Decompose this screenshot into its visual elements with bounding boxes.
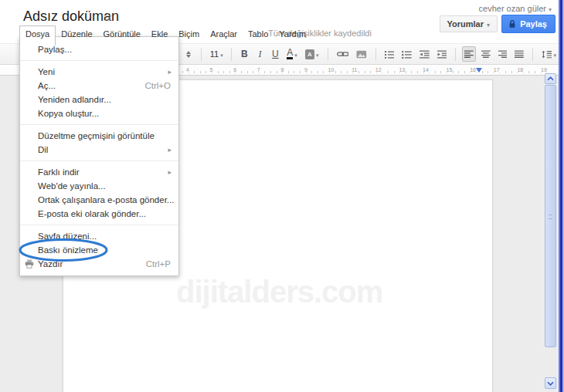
align-justify-icon [515,50,524,59]
menu-item-label: Sayfa düzeni... [38,231,97,241]
numbered-list-button[interactable] [382,46,397,62]
ruler-number: 7 [257,67,261,73]
menu-item-ac[interactable]: Aç...Ctrl+O [20,79,178,93]
printer-icon [25,259,34,269]
menu-divider [20,225,178,225]
indent-icon [437,50,447,59]
chevron-down-icon [552,49,556,59]
watermark-text: dijitalders.com [176,275,382,309]
ruler-number: 9 [304,67,308,73]
menu-item-farkli-indir[interactable]: Farklı indir [20,165,178,179]
align-right-button[interactable] [496,46,510,62]
menu-bicim[interactable]: Biçim [173,26,205,42]
menu-item-webde-yayinla[interactable]: Web'de yayınla... [20,179,178,193]
menu-item-label: E-posta eki olarak gönder... [38,209,146,218]
align-right-icon [498,50,508,59]
file-menu-panel: Paylaş... Yeni Aç...Ctrl+O Yeniden adlan… [19,36,179,276]
toolbar-divider [375,48,376,61]
ruler-number: 17 [493,67,501,73]
menu-araclar[interactable]: Araçlar [205,26,243,42]
menu-goruntule[interactable]: Görüntüle [98,26,146,42]
ruler-number: 14 [422,67,430,73]
star-icon[interactable] [103,10,113,24]
bulleted-list-icon [402,50,412,59]
line-spacing-button[interactable] [539,46,559,62]
bold-button[interactable]: B [238,46,250,62]
underline-button[interactable]: U [269,46,281,62]
outdent-icon [420,50,430,59]
menu-item-label: Aç... [38,81,56,90]
account-menu[interactable]: cevher ozan güler [479,4,552,13]
menubar: Dosya Düzenle Görüntüle Ekle Biçim Araçl… [19,25,311,42]
menu-item-dil[interactable]: Dil [20,143,178,157]
menu-item-sayfa-duzeni[interactable]: Sayfa düzeni... [20,229,178,243]
align-center-icon [481,50,491,59]
menu-divider [20,124,178,125]
line-spacing-icon [542,50,552,59]
menu-divider [20,161,178,161]
menu-item-label: Web'de yayınla... [38,181,106,191]
font-size-select[interactable]: 11 [208,46,225,62]
comments-button[interactable]: Yorumlar [440,15,498,32]
menu-ekle[interactable]: Ekle [146,26,173,42]
menu-item-label: Ortak çalışanlara e-posta gönder... [38,195,174,204]
decrease-indent-button[interactable] [417,46,432,62]
chevron-down-icon [484,19,490,29]
menu-item-yeniden-adlandir[interactable]: Yeniden adlandır... [20,93,178,106]
text-color-icon: A [287,49,293,59]
scrollbar-thumb[interactable] [545,85,556,347]
font-size-value: 11 [210,49,219,59]
right-indent-marker[interactable] [476,68,482,73]
menu-item-label: Yazdır [38,259,63,269]
align-left-button[interactable] [462,46,476,62]
ruler-number: 8 [280,67,284,73]
chevron-down-icon [547,381,554,386]
scroll-up-button[interactable] [545,73,556,84]
toolbar-divider [231,48,232,61]
chevron-down-icon [219,49,223,59]
share-button[interactable]: Paylaş [501,15,556,33]
chevron-up-icon [547,76,554,81]
menu-divider [20,60,178,61]
toolbar-divider [532,48,533,61]
scroll-down-button[interactable] [545,377,556,389]
menu-yardim[interactable]: Yardım [274,26,311,42]
text-color-button[interactable]: A [284,46,299,62]
highlight-color-button[interactable]: A [303,46,321,62]
ruler-number: 6 [233,67,237,73]
chevron-down-icon [546,4,552,13]
menu-dosya[interactable]: Dosya [19,25,56,46]
menu-item-label: Düzeltme geçmişini görüntüle [38,131,155,140]
toolbar-divider [455,48,456,61]
highlight-icon: A [305,49,315,59]
menu-item-duzeltme-gecmisi[interactable]: Düzeltme geçmişini görüntüle [20,129,178,143]
menu-item-kopya-olustur[interactable]: Kopya oluştur... [20,106,178,120]
menu-tablo[interactable]: Tablo [243,26,274,42]
comments-label: Yorumlar [447,19,484,29]
menu-item-ortak-calisanlara-eposta[interactable]: Ortak çalışanlara e-posta gönder... [20,193,178,207]
ruler-number: 5 [209,67,214,73]
menu-item-yeni[interactable]: Yeni [20,65,178,79]
align-justify-button[interactable] [512,46,526,62]
menu-item-eposta-eki[interactable]: E-posta eki olarak gönder... [20,207,178,221]
menu-item-yazdir[interactable]: Yazdır Ctrl+P [20,257,178,271]
link-icon [337,50,349,58]
menu-duzenle[interactable]: Düzenle [56,26,97,42]
ruler-number: 19 [540,67,548,73]
increase-indent-button[interactable] [435,46,450,62]
vertical-scrollbar [545,73,556,389]
bulleted-list-button[interactable] [399,46,414,62]
menu-item-baski-onizleme[interactable]: Baskı önizleme [20,243,178,257]
insert-link-button[interactable] [335,46,352,62]
chevron-down-icon [293,49,297,59]
ruler-number: 13 [398,67,406,73]
italic-button[interactable]: I [253,46,266,62]
google-docs-window: cevher ozan güler Yorumlar Paylaş Adsız … [0,0,564,392]
numbered-list-icon [385,50,395,59]
lock-icon [508,19,516,29]
insert-image-button[interactable] [354,46,369,62]
menu-item-label: Farklı indir [38,167,80,177]
font-stepper-icon[interactable] [182,46,195,62]
share-label: Paylaş [520,15,547,32]
align-center-button[interactable] [479,46,493,62]
